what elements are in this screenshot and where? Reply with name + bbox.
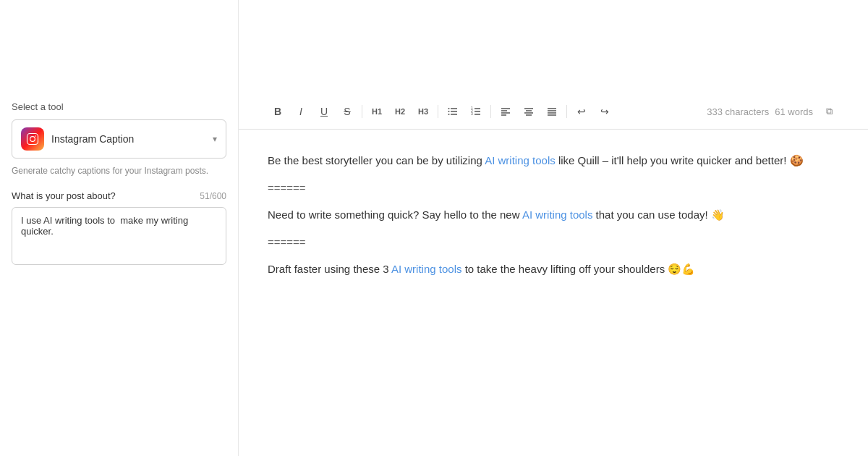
align-center-button[interactable]: [519, 101, 539, 122]
tool-name: Instagram Caption: [51, 133, 213, 145]
post-textarea[interactable]: I use AI writing tools to make my writin…: [12, 207, 226, 265]
field-label-row: What is your post about? 51/600: [12, 190, 226, 201]
paragraph-2: Need to write something quick? Say hello…: [268, 206, 839, 224]
svg-point-2: [35, 135, 36, 137]
divider-1: ======: [268, 179, 839, 198]
post-field-label: What is your post about?: [12, 190, 116, 201]
word-count-display: 61 words: [775, 106, 813, 117]
toolbar-separator-3: [490, 105, 491, 118]
h1-button[interactable]: H1: [367, 101, 387, 122]
char-count-display: 333 characters: [707, 106, 769, 117]
svg-point-8: [448, 114, 450, 115]
redo-button[interactable]: ↪: [595, 101, 615, 122]
toolbar-separator-2: [438, 105, 438, 118]
toolbar: B I U S H1 H2 H3 1 2 3: [239, 101, 868, 130]
editor-content: Be the best storyteller you can be by ut…: [239, 130, 868, 456]
unordered-list-button[interactable]: [443, 101, 463, 122]
underline-button[interactable]: U: [314, 101, 334, 122]
svg-point-1: [30, 137, 35, 142]
highlight-2: AI writing tools: [522, 208, 593, 221]
tool-dropdown[interactable]: Instagram Caption ▾: [12, 119, 226, 159]
highlight-3: AI writing tools: [391, 263, 462, 275]
svg-point-7: [448, 111, 450, 112]
char-count: 51/600: [200, 191, 226, 201]
select-tool-label: Select a tool: [12, 101, 226, 112]
h3-button[interactable]: H3: [413, 101, 433, 122]
ordered-list-button[interactable]: 1 2 3: [466, 101, 486, 122]
toolbar-stats: 333 characters 61 words ⧉: [707, 101, 839, 122]
toolbar-separator-1: [362, 105, 362, 118]
instagram-icon: [21, 127, 44, 151]
editor-area: B I U S H1 H2 H3 1 2 3: [239, 0, 868, 456]
bold-button[interactable]: B: [268, 101, 288, 122]
toolbar-separator-4: [566, 105, 567, 118]
sidebar: Select a tool Instagram Caption ▾ Genera…: [0, 0, 239, 456]
paragraph-1: Be the best storyteller you can be by ut…: [268, 151, 839, 170]
chevron-down-icon: ▾: [213, 134, 217, 144]
strikethrough-button[interactable]: S: [337, 101, 357, 122]
undo-button[interactable]: ↩: [571, 101, 592, 122]
divider-2: ======: [268, 233, 839, 252]
highlight-1: AI writing tools: [485, 154, 556, 166]
italic-button[interactable]: I: [291, 101, 311, 122]
align-justify-button[interactable]: [542, 101, 562, 122]
copy-button[interactable]: ⧉: [819, 101, 839, 122]
tool-description: Generate catchy captions for your Instag…: [12, 166, 226, 176]
svg-text:3: 3: [471, 111, 473, 116]
svg-rect-0: [27, 134, 38, 145]
align-left-button[interactable]: [495, 101, 516, 122]
svg-point-6: [448, 108, 450, 109]
h2-button[interactable]: H2: [390, 101, 410, 122]
paragraph-3: Draft faster using these 3 AI writing to…: [268, 260, 839, 279]
